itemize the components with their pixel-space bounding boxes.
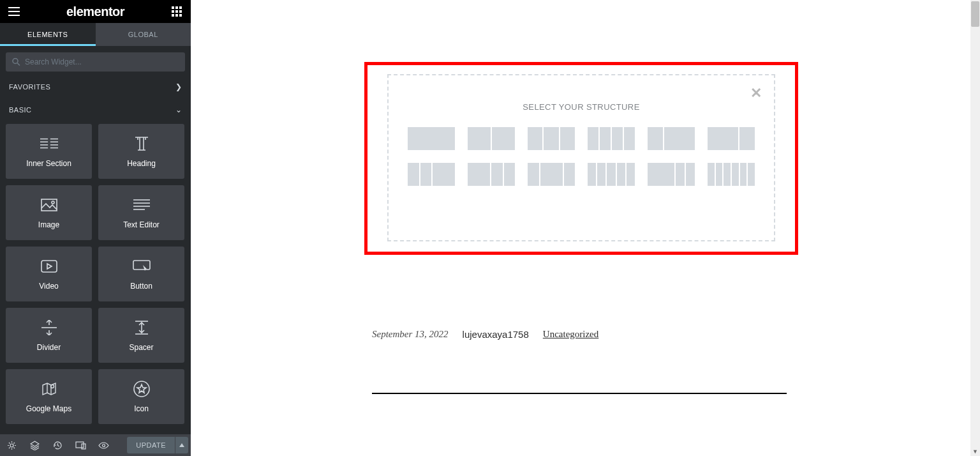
widget-label: Icon xyxy=(134,404,149,413)
svg-point-20 xyxy=(52,201,54,204)
widget-video[interactable]: Video xyxy=(6,247,92,301)
widgets-grid: Inner Section Heading Image Text Editor … xyxy=(0,121,191,434)
svg-rect-8 xyxy=(179,14,182,17)
separator xyxy=(372,393,787,394)
chevron-right-icon: ❯ xyxy=(175,75,182,98)
menu-icon[interactable] xyxy=(8,5,20,18)
widget-google-maps[interactable]: Google Maps xyxy=(6,369,92,424)
widget-heading[interactable]: Heading xyxy=(98,124,184,179)
svg-rect-3 xyxy=(172,10,174,13)
svg-point-37 xyxy=(10,444,13,447)
widget-label: Spacer xyxy=(129,343,153,352)
navigator-icon[interactable] xyxy=(23,434,46,456)
svg-rect-25 xyxy=(41,261,57,272)
widget-icon[interactable]: Icon xyxy=(98,369,184,424)
map-icon xyxy=(40,380,58,398)
widget-image[interactable]: Image xyxy=(6,185,92,240)
text-editor-icon xyxy=(133,196,151,214)
structure-4col[interactable] xyxy=(588,127,635,150)
panel-tabs: ELEMENTS GLOBAL xyxy=(0,23,191,46)
search-input[interactable] xyxy=(6,52,185,72)
widget-label: Button xyxy=(130,282,152,291)
widget-spacer[interactable]: Spacer xyxy=(98,308,184,363)
chevron-down-icon: ⌄ xyxy=(175,98,182,121)
svg-rect-27 xyxy=(133,261,150,270)
structure-3-1-1[interactable] xyxy=(648,163,695,186)
svg-marker-38 xyxy=(31,441,39,446)
tab-global[interactable]: GLOBAL xyxy=(96,23,191,46)
close-icon[interactable]: ✕ xyxy=(750,87,762,100)
widget-label: Video xyxy=(39,282,58,291)
tab-elements[interactable]: ELEMENTS xyxy=(0,23,96,46)
svg-rect-6 xyxy=(172,14,174,17)
svg-point-9 xyxy=(13,59,18,64)
elementor-logo: elementor xyxy=(66,4,124,19)
search-icon xyxy=(12,58,20,66)
structure-5col[interactable] xyxy=(588,163,635,186)
favorites-label: FAVORITES xyxy=(9,75,50,98)
preview-icon[interactable] xyxy=(92,434,115,456)
widget-text-editor[interactable]: Text Editor xyxy=(98,185,184,240)
svg-line-10 xyxy=(17,63,20,66)
responsive-icon[interactable] xyxy=(69,434,92,456)
widget-label: Google Maps xyxy=(26,404,71,413)
structure-options xyxy=(403,127,760,186)
structure-1-2[interactable] xyxy=(648,127,695,150)
svg-rect-7 xyxy=(175,14,178,17)
svg-rect-19 xyxy=(41,199,57,211)
scrollbar[interactable]: ▲ ▼ xyxy=(970,0,980,456)
widget-button[interactable]: Button xyxy=(98,247,184,301)
video-icon xyxy=(40,257,58,275)
update-options-icon[interactable] xyxy=(175,437,188,453)
columns-icon xyxy=(40,135,58,153)
search-wrap xyxy=(0,46,191,75)
basic-label: BASIC xyxy=(9,98,32,121)
post-category[interactable]: Uncategorized xyxy=(543,329,598,340)
panel-footer: UPDATE xyxy=(0,434,191,456)
star-icon xyxy=(133,380,151,398)
structure-3col[interactable] xyxy=(528,127,575,150)
button-icon xyxy=(133,257,151,275)
widget-label: Image xyxy=(38,220,59,229)
svg-rect-39 xyxy=(76,442,84,448)
basic-section[interactable]: BASIC ⌄ xyxy=(0,98,191,121)
structure-2-1-1[interactable] xyxy=(468,163,515,186)
panel-header: elementor xyxy=(0,0,191,23)
selection-highlight: ✕ SELECT YOUR STRUCTURE xyxy=(364,62,798,255)
scroll-thumb[interactable] xyxy=(971,1,979,27)
widget-label: Inner Section xyxy=(26,159,71,168)
elementor-panel: elementor ELEMENTS GLOBAL FAVORITES ❯ BA… xyxy=(0,0,191,456)
apps-icon[interactable] xyxy=(170,5,183,18)
image-icon xyxy=(40,196,58,214)
widget-inner-section[interactable]: Inner Section xyxy=(6,124,92,179)
structure-2-1[interactable] xyxy=(708,127,755,150)
svg-rect-0 xyxy=(172,6,174,9)
svg-rect-2 xyxy=(179,6,182,9)
widget-label: Text Editor xyxy=(123,220,160,229)
svg-rect-1 xyxy=(175,6,178,9)
favorites-section[interactable]: FAVORITES ❯ xyxy=(0,75,191,98)
svg-marker-26 xyxy=(47,264,52,269)
spacer-icon xyxy=(133,319,151,337)
svg-rect-5 xyxy=(179,10,182,13)
widget-divider[interactable]: Divider xyxy=(6,308,92,363)
svg-marker-36 xyxy=(137,384,146,393)
widget-label: Divider xyxy=(37,343,61,352)
scroll-down-icon[interactable]: ▼ xyxy=(970,446,980,456)
structure-6col[interactable] xyxy=(708,163,755,186)
structure-2col[interactable] xyxy=(468,127,515,150)
structure-1-2-1[interactable] xyxy=(528,163,575,186)
structure-1col[interactable] xyxy=(408,127,455,150)
divider-icon xyxy=(40,319,58,337)
structure-1-1-2[interactable] xyxy=(408,163,455,186)
heading-icon xyxy=(133,135,151,153)
structure-dropzone: ✕ SELECT YOUR STRUCTURE xyxy=(387,74,775,241)
settings-icon[interactable] xyxy=(0,434,23,456)
update-button[interactable]: UPDATE xyxy=(127,437,175,453)
post-meta: September 13, 2022 lujevaxaya1758 Uncate… xyxy=(372,329,598,340)
dropzone-title: SELECT YOUR STRUCTURE xyxy=(389,102,774,112)
widget-label: Heading xyxy=(127,159,156,168)
post-date: September 13, 2022 xyxy=(372,329,449,340)
history-icon[interactable] xyxy=(46,434,69,456)
svg-point-41 xyxy=(102,444,105,446)
